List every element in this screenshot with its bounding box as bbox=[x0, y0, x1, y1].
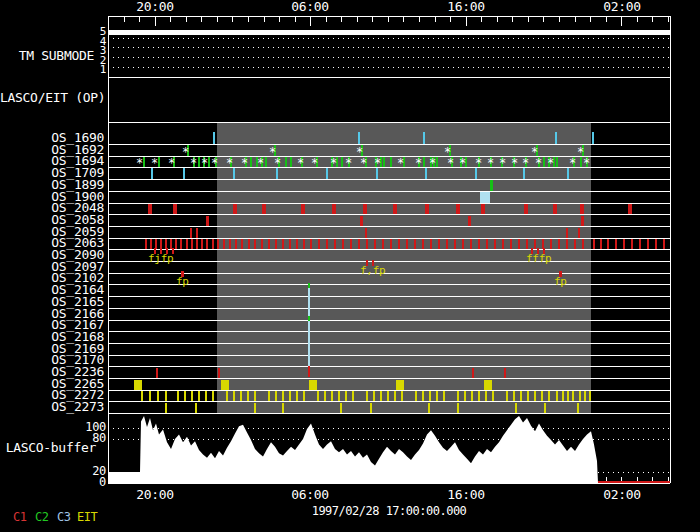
event-tick bbox=[183, 168, 185, 179]
event-tick bbox=[318, 239, 320, 249]
event-tick bbox=[556, 391, 558, 401]
event-tick bbox=[615, 239, 617, 249]
event-tick bbox=[265, 157, 267, 167]
axis-tick bbox=[248, 17, 249, 22]
axis-tick bbox=[512, 17, 513, 22]
event-tick bbox=[468, 216, 471, 226]
event-tick bbox=[196, 228, 198, 238]
timeline-plot-window: TM SUBMODE LASCO/EIT (OP) LASCO-buffer 1… bbox=[0, 0, 700, 532]
event-tick bbox=[218, 368, 220, 378]
event-tick bbox=[247, 391, 249, 401]
plot-canvas: 20:0006:0016:0002:0020:0006:0016:0002:00… bbox=[0, 0, 700, 532]
row-baseline bbox=[108, 366, 670, 367]
event-tick bbox=[363, 204, 367, 214]
event-tick bbox=[471, 391, 473, 401]
event-tick bbox=[195, 403, 197, 413]
event-tick bbox=[275, 239, 277, 249]
event-tick bbox=[663, 239, 665, 249]
event-flag-text: fp bbox=[554, 277, 567, 287]
event-tick bbox=[639, 239, 641, 249]
event-tick bbox=[186, 239, 188, 249]
row-baseline bbox=[108, 226, 670, 227]
event-tick bbox=[578, 228, 580, 238]
event-tick bbox=[233, 391, 235, 401]
event-asterisk: * bbox=[211, 158, 218, 169]
event-tick bbox=[406, 239, 408, 249]
event-block bbox=[134, 380, 142, 390]
event-tick bbox=[376, 168, 378, 179]
event-tick bbox=[158, 157, 160, 167]
event-block bbox=[484, 380, 492, 390]
row-baseline bbox=[108, 273, 670, 274]
event-tick bbox=[436, 157, 438, 167]
event-tick bbox=[472, 368, 474, 378]
event-tick bbox=[145, 239, 147, 249]
event-tick bbox=[577, 403, 579, 413]
event-asterisk: * bbox=[569, 158, 576, 169]
axis-tick bbox=[357, 17, 358, 22]
event-tick bbox=[213, 132, 215, 144]
event-tick bbox=[647, 239, 649, 249]
axis-tick bbox=[139, 17, 140, 22]
event-tick bbox=[581, 216, 584, 226]
event-block bbox=[480, 192, 490, 203]
row-baseline bbox=[108, 191, 670, 192]
event-tick bbox=[358, 239, 360, 249]
event-asterisk: * bbox=[190, 158, 197, 169]
event-tick bbox=[301, 204, 305, 214]
event-tick bbox=[398, 239, 400, 249]
event-tick bbox=[317, 391, 319, 401]
axis-tick bbox=[575, 17, 576, 22]
event-tick bbox=[390, 157, 392, 167]
event-tick bbox=[558, 239, 560, 249]
event-tick bbox=[429, 391, 431, 401]
event-tick bbox=[289, 239, 291, 249]
event-tick bbox=[296, 239, 298, 249]
submode-scale-label: 1 bbox=[0, 65, 106, 75]
event-tick bbox=[492, 391, 494, 401]
axis-tick bbox=[559, 17, 560, 22]
event-tick bbox=[655, 239, 657, 249]
submode-scale-label: 5 bbox=[0, 27, 106, 37]
legend-item-eit: EIT bbox=[77, 512, 97, 523]
event-tick bbox=[506, 391, 508, 401]
event-tick bbox=[534, 239, 536, 249]
event-tick bbox=[165, 391, 167, 401]
event-tick bbox=[582, 239, 584, 249]
event-tick bbox=[579, 391, 581, 401]
event-tick bbox=[180, 239, 182, 249]
row-label: OS_2273 bbox=[0, 401, 104, 413]
event-tick bbox=[254, 391, 256, 401]
event-tick bbox=[566, 239, 568, 249]
event-tick bbox=[261, 239, 263, 249]
event-tick bbox=[198, 157, 200, 167]
event-tick bbox=[226, 391, 228, 401]
event-tick bbox=[393, 204, 397, 214]
event-asterisk: * bbox=[168, 158, 175, 169]
event-block bbox=[221, 380, 229, 390]
event-tick bbox=[235, 239, 237, 249]
event-tick bbox=[390, 239, 392, 249]
event-tick bbox=[428, 403, 430, 413]
event-tick bbox=[360, 216, 363, 226]
event-tick bbox=[556, 157, 558, 167]
event-tick bbox=[423, 132, 425, 144]
event-tick bbox=[212, 391, 214, 401]
event-tick bbox=[150, 239, 152, 249]
event-tick bbox=[366, 239, 368, 249]
event-tick bbox=[358, 132, 360, 144]
event-tick bbox=[340, 403, 342, 413]
event-tick bbox=[443, 391, 445, 401]
time-axis-label: 16:00 bbox=[447, 1, 485, 13]
event-tick bbox=[456, 204, 460, 214]
event-tick bbox=[206, 239, 208, 249]
axis-tick bbox=[170, 17, 171, 22]
event-tick bbox=[572, 391, 574, 401]
submode-scale-label: 3 bbox=[0, 46, 106, 56]
event-tick bbox=[331, 391, 333, 401]
event-asterisk: * bbox=[583, 158, 590, 169]
event-tick bbox=[584, 391, 586, 401]
event-asterisk: * bbox=[397, 158, 404, 169]
event-tick bbox=[373, 391, 375, 401]
event-tick bbox=[262, 204, 266, 214]
